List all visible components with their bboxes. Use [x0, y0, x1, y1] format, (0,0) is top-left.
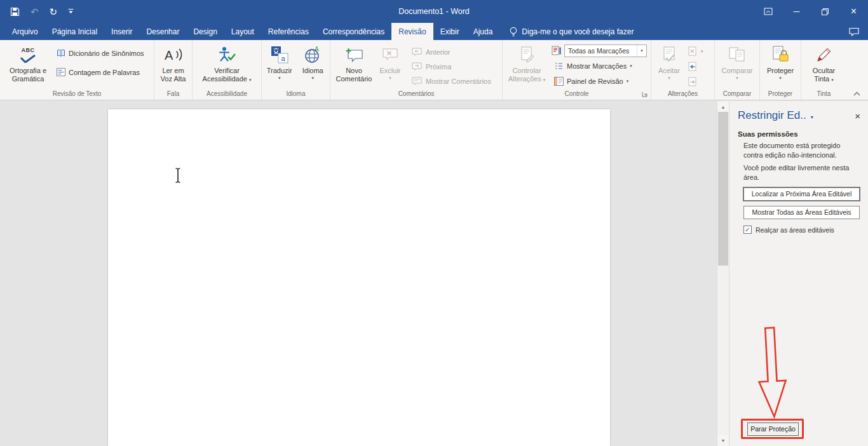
tab-arquivo[interactable]: Arquivo: [5, 23, 45, 40]
tell-me-box[interactable]: Diga-me o que você deseja fazer: [510, 23, 634, 40]
spelling-grammar-button[interactable]: ABC Ortografia e Gramática: [2, 41, 54, 90]
display-for-review-icon: [552, 46, 562, 56]
ribbon-display-options-icon[interactable]: [754, 0, 782, 23]
ribbon-group-acessibilidade: Verificar Acessibilidade ▾ Acessibilidad…: [193, 40, 262, 100]
reject-change-button[interactable]: ▾: [686, 44, 705, 58]
restrict-editing-pane: Restringir Ed.. ▾ × Suas permissões Este…: [729, 101, 868, 446]
dropdown-icon: ▾: [543, 78, 546, 82]
scroll-up-icon[interactable]: ▲: [717, 102, 729, 112]
translate-button[interactable]: a Traduzir ▾: [264, 41, 295, 90]
dropdown-icon: ▾: [637, 45, 646, 57]
scroll-down-icon[interactable]: ▼: [717, 435, 729, 445]
reviewing-pane-icon: [554, 77, 564, 86]
delete-comment-button[interactable]: Excluir ▾: [376, 41, 405, 90]
svg-text:A: A: [165, 48, 173, 62]
comment-bubble-icon[interactable]: [849, 27, 859, 36]
next-comment-icon: [411, 62, 423, 72]
dropdown-icon: ▾: [630, 64, 632, 69]
dropdown-icon: ▾: [668, 76, 670, 81]
svg-text:a: a: [281, 55, 285, 62]
minimize-icon[interactable]: [782, 0, 811, 23]
language-button[interactable]: A Idioma ▾: [297, 41, 328, 90]
lightbulb-icon: [510, 27, 517, 37]
vertical-scrollbar[interactable]: ▲ ▼: [717, 101, 729, 446]
next-comment-button[interactable]: Próxima: [409, 60, 494, 73]
find-next-editable-button[interactable]: Localizar a Próxima Área Editável: [743, 187, 860, 201]
thesaurus-book-icon: [57, 49, 65, 57]
group-label: Acessibilidade: [193, 90, 261, 100]
word-count-button[interactable]: Contagem de Palavras: [54, 65, 147, 79]
group-label: Tinta: [801, 90, 846, 100]
document-area: ▲ ▼ Restringir Ed.. ▾ × Suas permissões …: [0, 101, 868, 446]
group-label: Fala: [154, 90, 192, 100]
tab-ajuda[interactable]: Ajuda: [466, 23, 500, 40]
permissions-heading: Suas permissões: [738, 130, 860, 138]
undo-icon[interactable]: ↶: [31, 7, 39, 17]
highlight-checkbox[interactable]: ✓: [743, 226, 752, 234]
tell-me-label: Diga-me o que você deseja fazer: [522, 27, 634, 36]
language-globe-icon: A: [304, 44, 322, 65]
ribbon-group-proteger: Proteger ▾ Proteger: [760, 40, 801, 100]
previous-change-button[interactable]: [686, 60, 705, 73]
tab-revisao[interactable]: Revisão: [391, 23, 433, 40]
track-changes-button[interactable]: Controlar Alterações ▾: [505, 41, 549, 90]
tab-inserir[interactable]: Inserir: [104, 23, 139, 40]
annotation-arrow: [749, 327, 796, 422]
next-change-button[interactable]: [686, 75, 705, 88]
thesaurus-button[interactable]: Dicionário de Sinônimos: [54, 46, 147, 60]
dropdown-icon: ▾: [311, 76, 314, 81]
reject-change-icon: [688, 46, 698, 57]
tab-correspondencias[interactable]: Correspondências: [316, 23, 391, 40]
accept-change-icon: [661, 44, 677, 65]
group-label: Alterações: [651, 90, 714, 100]
pane-close-icon[interactable]: ×: [855, 111, 860, 121]
dropdown-icon: ▾: [779, 76, 782, 81]
hide-ink-button[interactable]: Ocultar Tinta ▾: [804, 41, 844, 90]
tab-pagina-inicial[interactable]: Página Inicial: [45, 23, 104, 40]
dropdown-icon: ▾: [249, 78, 252, 82]
ribbon: ABC Ortografia e Gramática Dicionário de…: [0, 40, 868, 100]
reviewing-pane-button[interactable]: Painel de Revisão ▾: [552, 74, 647, 88]
collapse-ribbon-icon[interactable]: [851, 90, 862, 97]
scrollbar-thumb[interactable]: [718, 112, 728, 266]
group-label: Idioma: [262, 90, 330, 100]
show-all-editable-button[interactable]: Mostrar Todas as Áreas Editáveis: [743, 206, 860, 219]
customize-qat-icon[interactable]: [68, 8, 74, 15]
tab-layout[interactable]: Layout: [224, 23, 261, 40]
pane-dropdown-icon[interactable]: ▾: [811, 114, 813, 120]
stop-protection-button[interactable]: Parar Proteção: [747, 422, 799, 436]
ribbon-group-comentarios: Novo Comentário Excluir ▾ Anterior Próxi…: [330, 40, 503, 100]
tab-referencias[interactable]: Referências: [261, 23, 316, 40]
compare-button[interactable]: Comparar ▾: [718, 41, 756, 90]
restore-icon[interactable]: [811, 0, 839, 23]
markup-view-dropdown[interactable]: Todas as Marcações ▾: [564, 44, 647, 57]
dropdown-icon: ▾: [831, 78, 834, 82]
document-page[interactable]: [108, 109, 610, 446]
accept-change-button[interactable]: Aceitar ▾: [653, 41, 685, 90]
text-ibeam-cursor: [174, 167, 182, 184]
previous-comment-button[interactable]: Anterior: [409, 45, 494, 58]
read-aloud-button[interactable]: A Ler em Voz Alta: [156, 41, 190, 90]
tab-design[interactable]: Design: [186, 23, 224, 40]
quick-access-toolbar: ↶ ↻: [0, 7, 74, 17]
protect-button[interactable]: Proteger ▾: [763, 41, 798, 90]
dialog-launcher-icon[interactable]: [641, 90, 649, 98]
show-comments-button[interactable]: Mostrar Comentários: [409, 74, 494, 88]
show-markup-button[interactable]: Mostrar Marcações ▾: [552, 59, 647, 72]
new-comment-button[interactable]: Novo Comentário: [332, 41, 376, 90]
redo-icon[interactable]: ↻: [50, 7, 58, 17]
ribbon-group-controle: Controlar Alterações ▾ Todas as Marcaçõe…: [503, 40, 651, 100]
tab-exibir[interactable]: Exibir: [433, 23, 466, 40]
ribbon-group-fala: A Ler em Voz Alta Fala: [154, 40, 193, 100]
window-title: Documento1 - Word: [0, 0, 868, 23]
previous-change-icon: [688, 62, 698, 72]
save-icon[interactable]: [10, 7, 20, 17]
dropdown-icon: ▾: [627, 79, 629, 84]
translate-icon: a: [271, 44, 288, 65]
close-icon[interactable]: ×: [839, 0, 868, 23]
next-change-icon: [688, 77, 698, 87]
tab-desenhar[interactable]: Desenhar: [139, 23, 186, 40]
check-accessibility-button[interactable]: Verificar Acessibilidade ▾: [195, 41, 259, 90]
ribbon-group-revisao-de-texto: ABC Ortografia e Gramática Dicionário de…: [0, 40, 154, 100]
group-label: Comentários: [330, 90, 502, 100]
